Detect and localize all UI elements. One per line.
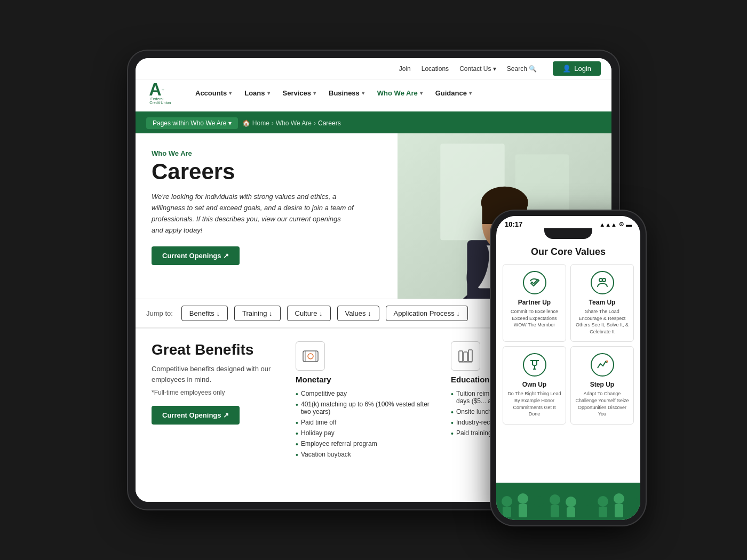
team-photo <box>496 483 640 520</box>
education-icon <box>451 341 480 371</box>
own-up-desc: Do The Right Thing Lead By Example Honor… <box>507 390 561 417</box>
svg-point-43 <box>582 495 592 506</box>
value-card-own-up: Own Up Do The Right Thing Lead By Exampl… <box>503 346 566 424</box>
logo-box[interactable]: A + Federal Credit Union <box>146 79 178 106</box>
svg-text:+: + <box>161 87 164 92</box>
list-item: Employee referral program <box>296 438 440 449</box>
svg-rect-27 <box>468 350 472 362</box>
svg-point-33 <box>502 496 512 507</box>
breadcrumb-who-we-are[interactable]: Who We Are <box>276 119 312 127</box>
chevron-down-icon: ▾ <box>267 90 270 96</box>
pages-within-button[interactable]: Pages within Who We Are ▾ <box>146 117 238 129</box>
breadcrumb-trail: 🏠 Home › Who We Are › Careers <box>242 119 341 127</box>
battery-icon: ▬ <box>626 221 632 228</box>
svg-rect-44 <box>583 506 591 517</box>
join-link[interactable]: Join <box>399 65 411 73</box>
section-label: Who We Are <box>152 149 382 157</box>
chevron-down-icon: ▾ <box>313 90 316 96</box>
jump-application-process[interactable]: Application Process ↓ <box>386 306 468 321</box>
breadcrumb-bar: Pages within Who We Are ▾ 🏠 Home › Who W… <box>136 113 611 133</box>
signal-icon: ▲▲▲ <box>599 221 617 228</box>
jump-benefits[interactable]: Benefits ↓ <box>181 306 228 321</box>
step-up-name: Step Up <box>575 381 629 388</box>
benefits-left: Great Benefits Competitive benefits desi… <box>152 341 280 489</box>
jump-to-label: Jump to: <box>146 309 173 317</box>
svg-point-41 <box>566 497 576 507</box>
svg-point-30 <box>602 278 606 282</box>
team-up-name: Team Up <box>575 299 629 306</box>
chevron-down-icon: ▾ <box>229 90 232 96</box>
locations-link[interactable]: Locations <box>422 65 449 73</box>
phone-time: 10:17 <box>505 220 522 228</box>
nav-loans[interactable]: Loans ▾ <box>238 85 276 101</box>
own-up-icon <box>523 353 546 377</box>
phone-notch <box>544 228 592 239</box>
jump-training[interactable]: Training ↓ <box>234 306 281 321</box>
step-up-icon <box>591 353 614 377</box>
value-card-partner-up: Partner Up Commit To Excellence Exceed E… <box>503 264 566 342</box>
core-values-title: Our Core Values <box>503 246 634 258</box>
chevron-down-icon: ▾ <box>420 90 423 96</box>
chevron-down-icon: ▾ <box>469 90 472 96</box>
nav-guidance[interactable]: Guidance ▾ <box>429 85 478 101</box>
nav-services[interactable]: Services ▾ <box>276 85 323 101</box>
home-icon: 🏠 <box>242 119 250 127</box>
team-up-desc: Share The Load Encourage & Respect Other… <box>575 308 629 335</box>
list-item: Holiday pay <box>296 428 440 438</box>
svg-rect-42 <box>567 507 575 517</box>
hero-description: We're looking for individuals with stron… <box>152 191 354 236</box>
current-openings-button[interactable]: Current Openings ↗ <box>152 246 240 265</box>
phone-status-icons: ▲▲▲ ⊙ ▬ <box>599 221 632 228</box>
values-grid: Partner Up Commit To Excellence Exceed E… <box>503 264 634 425</box>
nav-business[interactable]: Business ▾ <box>322 85 371 101</box>
svg-point-45 <box>598 496 608 507</box>
breadcrumb-current: Careers <box>318 119 341 127</box>
svg-rect-34 <box>503 507 511 517</box>
partner-up-name: Partner Up <box>507 299 561 306</box>
contact-us-link[interactable]: Contact Us ▾ <box>459 65 496 73</box>
svg-rect-40 <box>551 505 559 517</box>
svg-rect-48 <box>615 504 623 517</box>
list-item: Vacation buyback <box>296 449 440 460</box>
phone-content: Our Core Values Partner Up Commit To Exc… <box>496 241 640 483</box>
separator: › <box>272 119 274 127</box>
own-up-name: Own Up <box>507 381 561 388</box>
svg-rect-25 <box>459 351 463 362</box>
money-icon <box>301 347 320 366</box>
main-nav: A + Federal Credit Union Accounts ▾ Loan… <box>136 79 611 113</box>
wifi-icon: ⊙ <box>619 221 624 228</box>
benefits-current-openings-button[interactable]: Current Openings ↗ <box>152 406 240 425</box>
list-item: 401(k) matching up to 6% (100% vested af… <box>296 399 440 417</box>
login-button[interactable]: 👤 Login <box>553 61 601 76</box>
chevron-down-icon: ▾ <box>362 90 364 96</box>
svg-point-49 <box>627 497 638 507</box>
partner-up-icon <box>523 271 546 294</box>
logo-area: A + Federal Credit Union <box>146 79 178 106</box>
svg-point-35 <box>518 493 528 504</box>
devices-container: Join Locations Contact Us ▾ Search 🔍 👤 L… <box>128 51 619 509</box>
books-icon <box>456 347 475 366</box>
nav-accounts[interactable]: Accounts ▾ <box>189 85 238 101</box>
value-card-step-up: Step Up Adapt To Change Challenge Yourse… <box>570 346 634 424</box>
list-item: Competitive pay <box>296 388 440 399</box>
partner-up-desc: Commit To Excellence Exceed Expectations… <box>507 308 561 329</box>
nav-who-we-are[interactable]: Who We Are ▾ <box>371 85 429 101</box>
jump-culture[interactable]: Culture ↓ <box>287 306 331 321</box>
phone-bottom-image <box>496 483 640 520</box>
jump-values[interactable]: Values ↓ <box>337 306 379 321</box>
utility-bar: Join Locations Contact Us ▾ Search 🔍 👤 L… <box>136 58 611 79</box>
search-link[interactable]: Search 🔍 <box>507 65 537 73</box>
svg-rect-26 <box>464 352 467 362</box>
svg-rect-46 <box>599 507 607 517</box>
svg-rect-50 <box>628 507 637 517</box>
monetary-list: Competitive pay 401(k) matching up to 6%… <box>296 388 440 460</box>
logo-svg: A + Federal Credit Union <box>148 81 177 105</box>
nav-items: Accounts ▾ Loans ▾ Services ▾ Business ▾ <box>189 85 601 101</box>
benefits-title: Great Benefits <box>152 341 280 358</box>
phone-frame: 10:17 ▲▲▲ ⊙ ▬ Our Core Values <box>491 211 646 525</box>
separator: › <box>314 119 316 127</box>
phone-screen: 10:17 ▲▲▲ ⊙ ▬ Our Core Values <box>496 216 640 520</box>
hero-content: Who We Are Careers We're looking for ind… <box>136 133 398 299</box>
page-title: Careers <box>152 159 382 184</box>
breadcrumb-home[interactable]: Home <box>252 119 269 127</box>
